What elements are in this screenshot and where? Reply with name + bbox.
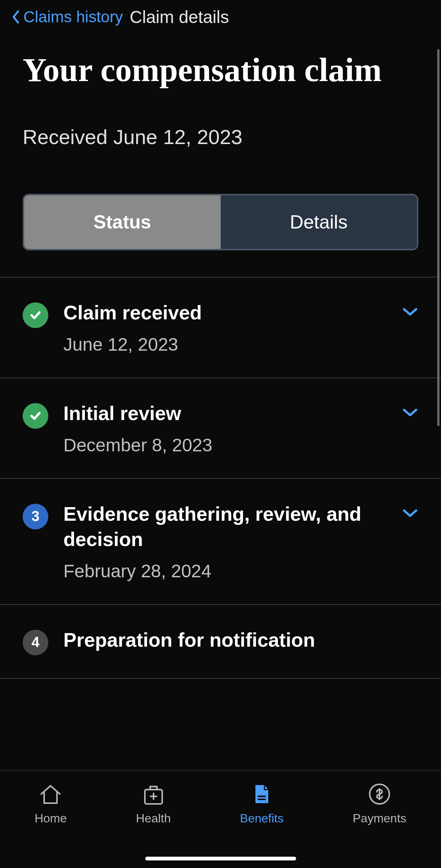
step-title: Claim received	[63, 300, 387, 326]
app-header: Claims history Claim details	[0, 0, 441, 34]
header-title: Claim details	[130, 7, 229, 27]
step-number-icon: 4	[23, 630, 48, 655]
content-area: Your compensation claim Received June 12…	[0, 53, 441, 250]
back-label: Claims history	[23, 8, 123, 26]
tab-status[interactable]: Status	[24, 195, 221, 249]
nav-health[interactable]: Health	[136, 782, 171, 825]
tab-details[interactable]: Details	[221, 195, 417, 249]
chevron-left-icon	[11, 10, 20, 24]
check-icon	[23, 403, 48, 429]
payments-icon	[366, 782, 393, 806]
chevron-down-icon	[402, 408, 418, 418]
back-button[interactable]: Claims history	[11, 8, 123, 26]
step-date: February 28, 2024	[63, 561, 387, 581]
step-title: Initial review	[63, 401, 387, 426]
chevron-down-icon	[402, 307, 418, 317]
health-icon	[140, 782, 167, 806]
home-icon	[37, 782, 64, 806]
steps-list: Claim received June 12, 2023 Initial rev…	[0, 277, 441, 678]
check-icon	[23, 302, 48, 328]
step-body: Initial review December 8, 2023	[63, 401, 387, 455]
step-number-icon: 3	[23, 504, 48, 529]
nav-home[interactable]: Home	[35, 782, 67, 825]
step-title: Evidence gathering, review, and decision	[63, 501, 387, 552]
step-evidence-gathering[interactable]: 3 Evidence gathering, review, and decisi…	[0, 478, 441, 604]
benefits-icon	[249, 782, 275, 806]
step-date: June 12, 2023	[63, 334, 387, 355]
step-preparation-notification[interactable]: 4 Preparation for notification	[0, 604, 441, 679]
step-initial-review[interactable]: Initial review December 8, 2023	[0, 377, 441, 478]
nav-label: Benefits	[240, 811, 284, 825]
step-title: Preparation for notification	[63, 627, 418, 653]
nav-benefits[interactable]: Benefits	[240, 782, 284, 825]
nav-label: Payments	[353, 811, 406, 825]
page-title: Your compensation claim	[23, 53, 418, 87]
home-indicator[interactable]	[145, 857, 296, 860]
chevron-down-icon	[402, 508, 418, 519]
nav-payments[interactable]: Payments	[353, 782, 406, 825]
step-claim-received[interactable]: Claim received June 12, 2023	[0, 277, 441, 377]
received-date: Received June 12, 2023	[23, 125, 418, 149]
step-body: Preparation for notification	[63, 627, 418, 653]
nav-label: Home	[35, 811, 67, 825]
bottom-nav: Home Health Benefits Payments	[0, 770, 441, 868]
tab-bar: Status Details	[23, 194, 418, 250]
nav-label: Health	[136, 811, 171, 825]
step-body: Evidence gathering, review, and decision…	[63, 501, 387, 581]
step-date: December 8, 2023	[63, 435, 387, 455]
scrollbar[interactable]	[437, 49, 439, 426]
step-body: Claim received June 12, 2023	[63, 300, 387, 355]
